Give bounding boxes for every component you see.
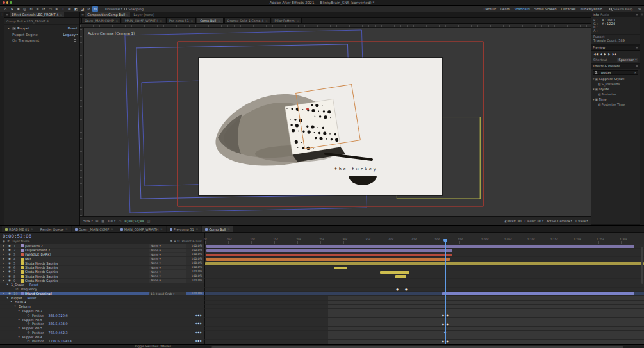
puppet-pin-tool-icon[interactable]: ⊙ <box>92 6 98 12</box>
zoom-window-button[interactable] <box>10 1 12 4</box>
panel-menu-icon[interactable]: ≡ <box>6 13 8 17</box>
close-icon[interactable]: ✕ <box>191 19 193 22</box>
layer-name[interactable]: [WIGGLE_DARK] <box>25 253 51 257</box>
snapshot-icon[interactable]: ◫ <box>147 219 151 223</box>
keyframe-icon[interactable]: ◆ <box>197 340 199 344</box>
composition-viewport[interactable]: Active Camera (Camera 1) <box>80 28 591 216</box>
timeline-row[interactable]: ▸◉7Shota Needs SaphireNone ▾100.0% <box>0 270 644 275</box>
keyframe-navigator[interactable]: ◀◆▶ <box>195 313 202 317</box>
layer-name[interactable]: posterize 2 <box>25 244 43 248</box>
layer-name[interactable]: Displacement 2 <box>25 249 50 253</box>
timeline-row[interactable]: ▾Deform <box>0 305 644 310</box>
pan-behind-tool-icon[interactable]: ✛ <box>35 6 40 12</box>
track-area[interactable] <box>205 318 644 322</box>
track-area[interactable] <box>205 305 644 310</box>
tab-audio[interactable]: Audio <box>600 13 609 17</box>
close-icon[interactable]: ✕ <box>31 228 33 231</box>
prev-frame-button[interactable]: ◀ <box>600 53 602 56</box>
twirl-icon[interactable]: ▾ <box>17 327 21 331</box>
close-icon[interactable]: ✕ <box>196 228 198 231</box>
viewer-tab[interactable]: Pre-comp 51 ✕ <box>166 17 196 23</box>
timeline-row[interactable]: ▸◉9Shota Needs SaphireNone ▾100.0% <box>0 279 644 283</box>
label-color-swatch[interactable] <box>21 249 24 252</box>
track-area[interactable]: ◆◆ <box>205 322 644 327</box>
track-area[interactable] <box>205 327 644 331</box>
timeline-row[interactable]: ▸◉5Shota Needs SaphireNone ▾100.0% <box>0 261 644 266</box>
track-area[interactable] <box>205 279 644 283</box>
parent-link-dropdown[interactable]: None ▾ <box>149 253 186 257</box>
label-color-swatch[interactable] <box>21 275 24 278</box>
effects-group[interactable]: ▾▣Stylize <box>591 87 640 92</box>
twirl-icon[interactable]: ▾ <box>9 301 13 304</box>
twirl-icon[interactable]: ▸ <box>1 253 6 257</box>
tab-info[interactable]: Info <box>593 13 599 17</box>
panel-menu-icon[interactable]: ≡ <box>636 46 638 49</box>
property-value[interactable]: 766.0,462.3 <box>48 331 67 335</box>
camera-view-dropdown[interactable]: Active Camera▾ <box>547 219 572 223</box>
workspace-default[interactable]: Default <box>484 7 496 11</box>
visibility-toggle[interactable]: ◉ <box>7 274 12 278</box>
twirl-icon[interactable]: ▸ <box>1 257 6 261</box>
close-icon[interactable]: ✕ <box>297 19 299 22</box>
parent-link-dropdown[interactable]: None ▾ <box>149 261 186 265</box>
keyframe-marker[interactable]: ◆ <box>444 331 446 335</box>
group-name[interactable]: Mesh 1 <box>15 301 26 304</box>
timeline-row[interactable]: ▾1_ShakeReset <box>0 283 644 288</box>
track-area[interactable]: ◆◆ <box>205 340 644 344</box>
parent-link-dropdown[interactable]: None ▾ <box>149 270 186 274</box>
parent-link-dropdown[interactable]: 17: Hand Grab ▾ <box>149 292 186 296</box>
stretch-value[interactable]: 100.0% <box>188 261 204 265</box>
layer-name[interactable]: Shota Needs Saphire <box>25 274 58 278</box>
label-color-swatch[interactable] <box>21 279 24 283</box>
keyframe-navigator[interactable]: ◀◆▶ <box>195 331 202 335</box>
property-value[interactable]: 339.5,434.9 <box>48 322 67 326</box>
on-transparent-checkbox[interactable] <box>74 39 76 42</box>
twirl-icon[interactable]: ▸ <box>1 249 6 253</box>
stretch-value[interactable]: 100.0% <box>188 279 204 283</box>
workspace-blinkmybrain[interactable]: BlinkMyBrain <box>580 7 602 11</box>
clone-stamp-tool-icon[interactable]: ◩ <box>73 6 79 12</box>
timeline-tab[interactable]: READ ME 01 ✕ <box>2 226 37 232</box>
label-color-swatch[interactable] <box>21 266 24 269</box>
keyframe-navigator[interactable]: ◀◆▶ <box>195 322 202 326</box>
timeline-tab[interactable]: Pre-comp 51 ✕ <box>167 226 202 232</box>
effects-group[interactable]: ▾▣Sapphire Stylize <box>591 76 640 81</box>
workspace-learn[interactable]: Learn <box>500 7 510 11</box>
keyframe-marker[interactable]: ◆ <box>446 322 448 327</box>
stretch-value[interactable]: 100.0% <box>188 249 204 253</box>
close-icon[interactable]: ✕ <box>227 228 229 231</box>
visibility-toggle[interactable]: ◉ <box>7 292 12 295</box>
property-name[interactable]: Position <box>32 331 44 335</box>
group-name[interactable]: Puppet Pin 5 <box>22 327 42 331</box>
timeline-row[interactable]: ▸◉10[Hand Grabbing]17: Hand Grab ▾100.0% <box>0 292 644 296</box>
effect-header-row[interactable]: ▸ fx Puppet Reset <box>4 25 79 31</box>
current-time-display[interactable]: 0;00;52;08 <box>0 233 204 239</box>
property-value[interactable]: 1738.6,1690.4 <box>48 340 72 344</box>
layer-duration-bar[interactable] <box>395 275 406 278</box>
timeline-row[interactable]: ▾PuppetReset <box>0 296 644 301</box>
timeline-row[interactable]: ▸◉4MatNone ▾100.0% <box>0 257 644 261</box>
track-area[interactable] <box>205 261 644 266</box>
resolution-dropdown[interactable]: Full▾ <box>108 219 115 223</box>
close-icon[interactable]: ✕ <box>116 19 118 22</box>
workspace-libraries[interactable]: Libraries <box>561 7 576 11</box>
twirl-icon[interactable]: ▸ <box>1 274 6 278</box>
stopwatch-icon[interactable]: ◷ <box>26 313 31 317</box>
stretch-value[interactable]: 100.0% <box>188 274 204 278</box>
group-name[interactable]: Puppet Pin 4 <box>22 335 42 339</box>
stopwatch-icon[interactable]: ◷ <box>15 288 19 292</box>
viewport-timecode[interactable]: 0;00;52;08 <box>124 219 144 223</box>
keyframe-icon[interactable]: ◆ <box>197 322 199 326</box>
label-color-swatch[interactable] <box>21 244 24 247</box>
universal-dropdown[interactable]: Universal▾ <box>105 7 122 11</box>
track-area[interactable] <box>205 266 644 270</box>
timeline-row[interactable]: ◷Frequency●● <box>0 288 644 292</box>
track-area[interactable] <box>205 257 644 261</box>
type-tool-icon[interactable]: T <box>60 6 66 12</box>
panel-overflow-icon[interactable]: ≫ <box>638 7 641 11</box>
panel-menu-icon[interactable]: ≡ <box>636 64 638 68</box>
timeline-row[interactable]: ◷Position339.5,434.9◀◆▶◆◆ <box>0 322 644 327</box>
close-icon[interactable]: ✕ <box>65 228 67 231</box>
property-name[interactable]: Position <box>32 322 44 326</box>
visibility-toggle[interactable]: ◉ <box>7 266 12 270</box>
